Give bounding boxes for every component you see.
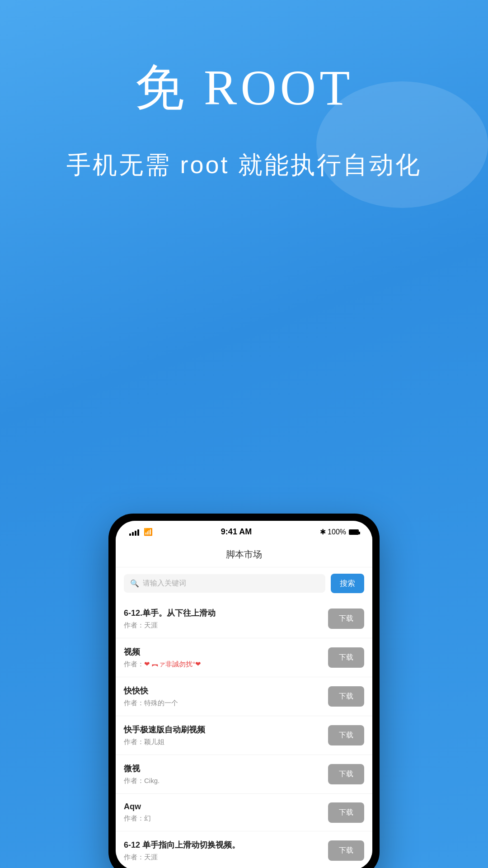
hero-section: 免 ROOT 手机无需 root 就能执行自动化: [0, 0, 488, 209]
script-name: 6-12 单手指向上滑动切换视频。: [124, 840, 328, 850]
script-info: 6-12 单手指向上滑动切换视频。 作者：天涯: [124, 840, 328, 862]
search-button[interactable]: 搜索: [331, 574, 364, 593]
battery-icon: [349, 529, 359, 535]
list-item: 快快快 作者：特殊的一个 下载: [116, 677, 372, 716]
script-name: 视频: [124, 646, 328, 657]
list-item: 微视 作者：Cikg. 下载: [116, 755, 372, 794]
phone-screen: 📶 9:41 AM ✱ 100% 脚本市场 🔍 请输入关键词: [116, 521, 372, 868]
bluetooth-icon: ✱: [320, 528, 326, 536]
author-emoji: ❤ ︻ァ非誠勿扰°❤: [144, 660, 201, 668]
hero-subtitle: 手机无需 root 就能执行自动化: [0, 149, 488, 182]
script-author: 作者：特殊的一个: [124, 699, 328, 708]
signal-bar-2: [132, 532, 134, 536]
status-time: 9:41 AM: [221, 527, 252, 537]
search-input-wrap[interactable]: 🔍 请输入关键词: [124, 574, 325, 593]
status-bar: 📶 9:41 AM ✱ 100%: [116, 521, 372, 541]
search-icon: 🔍: [130, 579, 139, 588]
search-placeholder: 请输入关键词: [143, 579, 186, 588]
signal-bar-1: [129, 533, 131, 536]
list-item: 6-12.单手。从下往上滑动 作者：天涯 下载: [116, 599, 372, 638]
app-header-title: 脚本市场: [116, 541, 372, 567]
script-info: 6-12.单手。从下往上滑动 作者：天涯: [124, 608, 328, 630]
list-item: 6-12 单手指向上滑动切换视频。 作者：天涯 下载: [116, 831, 372, 868]
signal-bar-3: [135, 531, 136, 536]
script-name: 微视: [124, 763, 328, 774]
status-right: ✱ 100%: [320, 528, 359, 536]
list-item: Aqw 作者：幻 下载: [116, 794, 372, 831]
download-button[interactable]: 下载: [328, 686, 364, 707]
phone-frame: 📶 9:41 AM ✱ 100% 脚本市场 🔍 请输入关键词: [108, 514, 380, 868]
script-info: Aqw 作者：幻: [124, 802, 328, 823]
script-name: 快快快: [124, 685, 328, 696]
download-button[interactable]: 下载: [328, 609, 364, 629]
download-button[interactable]: 下载: [328, 647, 364, 668]
signal-bars-icon: [129, 528, 139, 536]
search-bar: 🔍 请输入关键词 搜索: [116, 567, 372, 599]
script-name: 快手极速版自动刷视频: [124, 724, 328, 735]
list-item: 快手极速版自动刷视频 作者：颖儿姐 下载: [116, 716, 372, 755]
download-button[interactable]: 下载: [328, 764, 364, 784]
download-button[interactable]: 下载: [328, 802, 364, 823]
status-left: 📶: [129, 528, 153, 536]
script-info: 视频 作者：❤ ︻ァ非誠勿扰°❤: [124, 646, 328, 669]
script-list: 6-12.单手。从下往上滑动 作者：天涯 下载 视频 作者：❤ ︻ァ非誠勿扰°❤…: [116, 599, 372, 868]
script-author: 作者：颖儿姐: [124, 738, 328, 746]
script-name: Aqw: [124, 802, 328, 811]
script-author: 作者：天涯: [124, 853, 328, 862]
wifi-icon: 📶: [144, 528, 153, 536]
script-name: 6-12.单手。从下往上滑动: [124, 608, 328, 618]
script-info: 快快快 作者：特殊的一个: [124, 685, 328, 708]
download-button[interactable]: 下载: [328, 725, 364, 745]
list-item: 视频 作者：❤ ︻ァ非誠勿扰°❤ 下载: [116, 638, 372, 677]
hero-title: 免 ROOT: [0, 54, 488, 122]
signal-bar-4: [137, 529, 139, 536]
script-author: 作者：Cikg.: [124, 777, 328, 785]
script-author: 作者：天涯: [124, 621, 328, 630]
script-info: 微视 作者：Cikg.: [124, 763, 328, 785]
script-author: 作者：幻: [124, 814, 328, 823]
phone-container: 📶 9:41 AM ✱ 100% 脚本市场 🔍 请输入关键词: [108, 514, 380, 868]
script-info: 快手极速版自动刷视频 作者：颖儿姐: [124, 724, 328, 746]
script-author: 作者：❤ ︻ァ非誠勿扰°❤: [124, 660, 328, 669]
download-button[interactable]: 下载: [328, 840, 364, 861]
battery-percent: 100%: [328, 528, 346, 536]
